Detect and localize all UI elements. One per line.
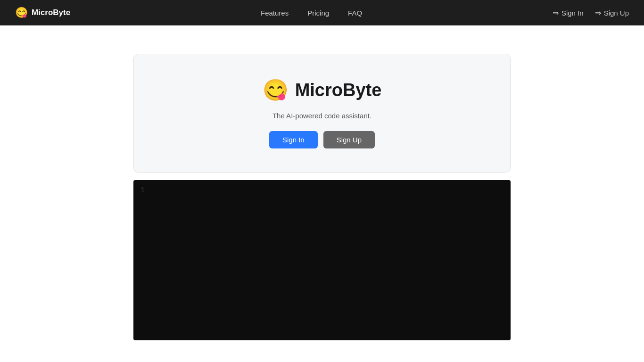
nav-sign-in-label: Sign In	[561, 9, 584, 17]
code-line-1: 1	[133, 186, 152, 193]
nav-links: Features Pricing FAQ	[261, 9, 362, 17]
brand-emoji: 😋	[15, 7, 28, 19]
sign-up-icon: ⇒	[595, 8, 601, 17]
hero-title: 😋 MicroByte	[263, 78, 382, 102]
brand-logo[interactable]: 😋 MicroByte	[15, 7, 70, 19]
nav-link-pricing[interactable]: Pricing	[307, 9, 329, 17]
nav-sign-up-label: Sign Up	[604, 9, 629, 17]
nav-auth: ⇒ Sign In ⇒ Sign Up	[553, 8, 629, 17]
hero-sign-up-button[interactable]: Sign Up	[323, 131, 375, 148]
sign-in-icon: ⇒	[553, 8, 559, 17]
page-content: 😋 MicroByte The AI-powered code assistan…	[0, 25, 644, 340]
hero-buttons: Sign In Sign Up	[269, 131, 375, 148]
nav-sign-up[interactable]: ⇒ Sign Up	[595, 8, 629, 17]
hero-card: 😋 MicroByte The AI-powered code assistan…	[133, 54, 511, 173]
navbar: 😋 MicroByte Features Pricing FAQ ⇒ Sign …	[0, 0, 644, 25]
hero-app-name: MicroByte	[295, 80, 382, 100]
hero-subtitle: The AI-powered code assistant.	[272, 112, 372, 120]
nav-sign-in[interactable]: ⇒ Sign In	[553, 8, 584, 17]
brand-name: MicroByte	[32, 8, 70, 17]
hero-sign-in-button[interactable]: Sign In	[269, 131, 318, 148]
nav-link-faq[interactable]: FAQ	[348, 9, 362, 17]
nav-link-features[interactable]: Features	[261, 9, 289, 17]
hero-emoji: 😋	[263, 78, 289, 102]
code-editor-panel: 1	[133, 180, 511, 340]
